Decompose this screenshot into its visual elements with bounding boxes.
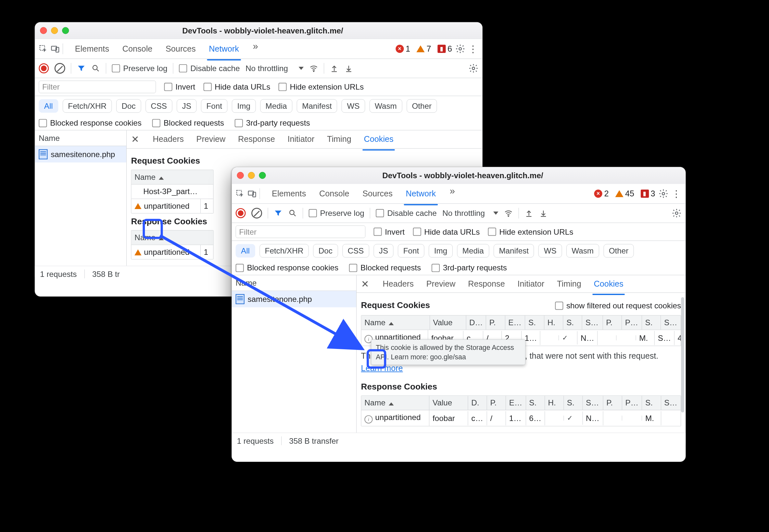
blocked-cookies-checkbox[interactable]: Blocked response cookies (39, 118, 142, 128)
type-fetch[interactable]: Fetch/XHR (63, 99, 112, 113)
tab-preview[interactable]: Preview (196, 132, 226, 147)
type-manifest[interactable]: Manifest (494, 244, 534, 258)
tab-initiator[interactable]: Initiator (287, 132, 315, 147)
type-fetch[interactable]: Fetch/XHR (259, 244, 309, 258)
blocked-requests-checkbox[interactable]: Blocked requests (349, 263, 421, 272)
hide-data-urls-checkbox[interactable]: Hide data URLs (413, 227, 480, 236)
third-party-checkbox[interactable]: 3rd-party requests (235, 118, 310, 128)
tab-console[interactable]: Console (318, 186, 350, 202)
close-dot[interactable] (40, 27, 47, 34)
preserve-log-checkbox[interactable]: Preserve log (309, 209, 364, 218)
search-icon[interactable] (91, 64, 100, 73)
device-toolbar-icon[interactable] (247, 189, 256, 198)
table-header[interactable]: Name Value D… P. E… S. H. S. S… P. P… S.… (361, 315, 681, 330)
throttling-select[interactable]: No throttling (442, 209, 498, 218)
type-all[interactable]: All (39, 99, 58, 113)
filter-input[interactable]: Filter (236, 226, 366, 238)
table-row[interactable]: unpartitioned 1 (131, 245, 213, 259)
type-font[interactable]: Font (398, 244, 425, 258)
tab-initiator[interactable]: Initiator (517, 277, 545, 291)
minimize-dot[interactable] (248, 172, 254, 179)
type-wasm[interactable]: Wasm (566, 244, 599, 258)
tab-sources[interactable]: Sources (361, 186, 394, 202)
more-tabs-icon[interactable]: » (251, 41, 260, 57)
filter-icon[interactable] (274, 209, 282, 217)
tab-preview[interactable]: Preview (426, 277, 456, 291)
type-img[interactable]: Img (429, 244, 453, 258)
tab-response[interactable]: Response (467, 277, 505, 291)
hide-data-urls-checkbox[interactable]: Hide data URLs (203, 82, 270, 92)
preserve-log-checkbox[interactable]: Preserve log (112, 64, 167, 73)
type-js[interactable]: JS (373, 244, 393, 258)
table-header[interactable]: Name Value D. P. E… S. H. S. S… P. P… S.… (361, 396, 681, 410)
download-icon[interactable] (344, 64, 353, 73)
type-css[interactable]: CSS (342, 244, 369, 258)
gear-icon[interactable] (455, 44, 465, 54)
invert-checkbox[interactable]: Invert (164, 82, 195, 92)
type-css[interactable]: CSS (145, 99, 172, 113)
type-img[interactable]: Img (232, 99, 255, 113)
type-ws[interactable]: WS (539, 244, 562, 258)
kebab-icon[interactable]: ⋮ (672, 188, 682, 199)
tab-cookies[interactable]: Cookies (593, 277, 624, 291)
type-manifest[interactable]: Manifest (297, 99, 337, 113)
tab-headers[interactable]: Headers (382, 277, 415, 291)
device-toolbar-icon[interactable] (51, 44, 59, 53)
tab-cookies[interactable]: Cookies (363, 132, 394, 147)
type-wasm[interactable]: Wasm (369, 99, 403, 113)
record-icon[interactable] (236, 208, 246, 218)
name-column-header[interactable]: Name (35, 130, 126, 146)
hide-extension-urls-checkbox[interactable]: Hide extension URLs (488, 227, 574, 236)
type-doc[interactable]: Doc (313, 244, 338, 258)
type-media[interactable]: Media (260, 99, 292, 113)
tab-timing[interactable]: Timing (326, 132, 352, 147)
network-conditions-icon[interactable] (504, 209, 513, 217)
network-gear-icon[interactable] (672, 208, 682, 218)
message-counts[interactable]: ×2 45 ▮3 (594, 189, 655, 199)
tab-response[interactable]: Response (237, 132, 275, 147)
inspect-icon[interactable] (39, 44, 47, 53)
hide-extension-urls-checkbox[interactable]: Hide extension URLs (278, 82, 364, 92)
table-row[interactable]: iunpartitioned foobar c… / 1… 6… ✓ N… M. (361, 410, 681, 426)
filter-input[interactable]: Filter (39, 80, 156, 93)
blocked-requests-checkbox[interactable]: Blocked requests (152, 118, 224, 128)
blocked-cookies-checkbox[interactable]: Blocked response cookies (236, 263, 339, 272)
filter-icon[interactable] (77, 64, 86, 73)
tab-headers[interactable]: Headers (152, 132, 184, 147)
type-media[interactable]: Media (457, 244, 489, 258)
inspect-icon[interactable] (236, 189, 244, 198)
minimize-dot[interactable] (51, 27, 58, 34)
more-tabs-icon[interactable]: » (448, 186, 457, 202)
info-icon[interactable]: i (364, 415, 372, 423)
throttling-select[interactable]: No throttling (245, 64, 304, 73)
network-gear-icon[interactable] (468, 63, 478, 73)
close-dot[interactable] (237, 172, 243, 179)
download-icon[interactable] (539, 209, 548, 217)
maximize-dot[interactable] (62, 27, 69, 34)
request-row[interactable]: samesitenone.php (232, 291, 356, 307)
type-doc[interactable]: Doc (116, 99, 141, 113)
upload-icon[interactable] (330, 64, 339, 73)
type-font[interactable]: Font (201, 99, 228, 113)
tab-timing[interactable]: Timing (556, 277, 582, 291)
clear-icon[interactable] (55, 63, 65, 74)
type-other[interactable]: Other (603, 244, 634, 258)
type-js[interactable]: JS (177, 99, 196, 113)
close-icon[interactable]: ✕ (131, 134, 139, 145)
tab-elements[interactable]: Elements (74, 41, 110, 57)
type-other[interactable]: Other (407, 99, 437, 113)
type-all[interactable]: All (236, 244, 255, 258)
close-icon[interactable]: ✕ (361, 278, 369, 289)
disable-cache-checkbox[interactable]: Disable cache (179, 64, 240, 73)
tab-console[interactable]: Console (121, 41, 154, 57)
network-conditions-icon[interactable] (309, 64, 318, 73)
table-header[interactable]: Name (131, 170, 213, 184)
tab-network[interactable]: Network (405, 186, 437, 202)
request-row[interactable]: samesitenone.php (35, 146, 126, 162)
gear-icon[interactable] (658, 189, 668, 199)
invert-checkbox[interactable]: Invert (373, 227, 405, 236)
tab-elements[interactable]: Elements (270, 186, 307, 202)
maximize-dot[interactable] (259, 172, 266, 179)
clear-icon[interactable] (251, 208, 262, 218)
search-icon[interactable] (288, 209, 297, 217)
